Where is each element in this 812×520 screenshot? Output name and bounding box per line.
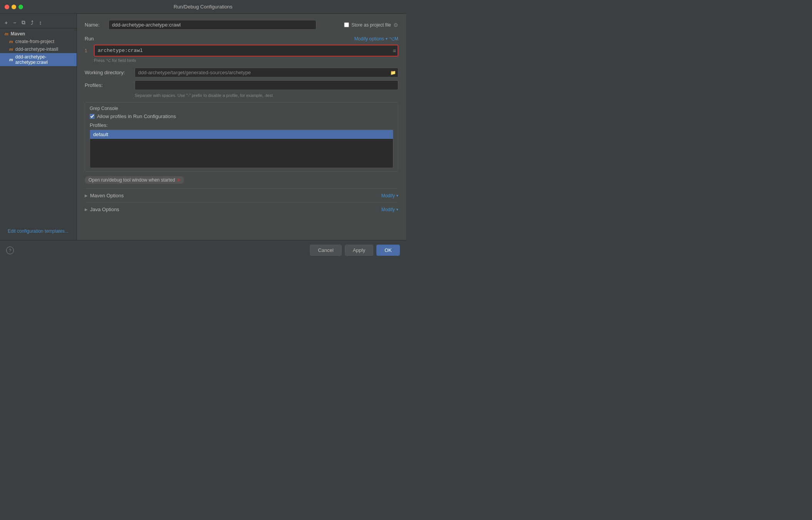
help-button[interactable]: ? [6,247,14,254]
sort-button[interactable]: ↕ [37,19,43,27]
close-button[interactable] [5,5,9,9]
chevron-down-icon: ▾ [386,37,388,41]
traffic-lights [5,5,23,9]
title-bar: Run/Debug Configurations [0,0,406,14]
run-label: Run [85,36,94,42]
command-input-wrapper: ≡ [94,45,398,57]
settings-icon[interactable]: ⚙ [393,22,398,28]
run-section-header: Run Modify options ▾ ⌥M [85,36,398,42]
modify-options-shortcut: ⌥M [389,36,398,42]
java-options-text: Java Options [90,207,119,212]
maven-icon: m [9,47,13,52]
grep-checkbox-row: Allow profiles in Run Configurations [90,113,393,119]
maximize-button[interactable] [18,5,23,9]
tag-chip: Open run/debug tool window when started … [85,176,184,184]
working-directory-label: Working directory: [85,70,135,75]
java-modify-label: Modify [381,207,395,212]
move-up-button[interactable]: ⤴ [29,19,35,27]
name-input[interactable] [109,20,316,30]
profiles-label: Profiles: [85,82,135,88]
tag-chip-label: Open run/debug tool window when started [89,177,175,183]
row-number: 1 [85,48,91,53]
maven-icon: m [9,57,13,62]
store-project-file-checkbox[interactable] [344,22,349,27]
java-options-label: ▶ Java Options [85,207,119,212]
sidebar-item-label: ddd-archetype-intasll [15,47,58,52]
profiles-row: Profiles: [85,80,398,90]
copy-config-button[interactable]: ⧉ [20,18,27,27]
sidebar-item-label: ddd-archetype-archetype:crawl [15,54,74,65]
name-row: Name: Store as project file ⚙ [85,20,398,30]
cancel-button[interactable]: Cancel [310,245,341,256]
command-input[interactable] [94,45,398,57]
ok-button[interactable]: OK [376,245,400,256]
sidebar-item-ddd-crawl[interactable]: m ddd-archetype-archetype:crawl [0,53,77,66]
maven-modify-button[interactable]: Modify ▾ [381,193,398,198]
maven-icon: m [9,39,13,44]
grep-console-title: Grep Console [90,106,393,111]
field-hint: Press ⌥ for field hints [85,58,398,63]
maven-modify-label: Modify [381,193,395,198]
sidebar-item-ddd-intasll[interactable]: m ddd-archetype-intasll [0,45,77,53]
sidebar-section-maven[interactable]: m Maven [0,30,77,38]
store-project-file-container: Store as project file ⚙ [344,22,398,28]
profiles-list-item-default[interactable]: default [90,130,393,139]
command-row: 1 ≡ [85,45,398,57]
store-project-file-label: Store as project file [351,22,391,28]
maven-expand-icon: ▶ [85,193,88,198]
java-expand-icon: ▶ [85,207,88,212]
sidebar-section-maven-label: Maven [11,31,25,37]
java-chevron-icon: ▾ [396,207,398,212]
remove-config-button[interactable]: − [12,19,18,27]
maven-icon: m [5,32,8,36]
modify-options-label: Modify options [354,36,384,42]
profiles-list: default [90,130,393,168]
java-options-section[interactable]: ▶ Java Options Modify ▾ [85,202,398,216]
working-directory-input-wrapper: 📁 [135,68,398,77]
allow-profiles-checkbox[interactable] [90,114,95,119]
sidebar-toolbar: + − ⧉ ⤴ ↕ [0,17,77,28]
tag-chip-close-icon[interactable]: × [177,177,180,183]
maven-options-label: ▶ Maven Options [85,193,124,198]
edit-templates-link[interactable]: Edit configuration templates... [5,228,69,234]
modify-options-button[interactable]: Modify options ▾ ⌥M [354,36,398,42]
window-title: Run/Debug Configurations [174,4,232,10]
java-modify-button[interactable]: Modify ▾ [381,207,398,212]
bottom-buttons: Cancel Apply OK [310,245,400,256]
grep-console-section: Grep Console Allow profiles in Run Confi… [85,102,398,172]
sidebar: + − ⧉ ⤴ ↕ m Maven m create-from-project … [0,14,77,240]
grep-profiles-label: Profiles: [90,122,393,128]
sidebar-item-label: create-from-project [15,39,54,44]
add-config-button[interactable]: + [3,19,9,27]
maven-chevron-icon: ▾ [396,193,398,198]
content-area: Name: Store as project file ⚙ Run Modify… [77,14,406,240]
minimize-button[interactable] [12,5,16,9]
working-directory-input[interactable] [135,68,398,77]
sidebar-item-create-from-project[interactable]: m create-from-project [0,38,77,45]
document-icon: ≡ [393,48,396,54]
separator-hint: Separate with spaces. Use "-" prefix to … [85,93,398,98]
maven-options-section[interactable]: ▶ Maven Options Modify ▾ [85,188,398,202]
maven-options-text: Maven Options [90,193,124,198]
main-layout: + − ⧉ ⤴ ↕ m Maven m create-from-project … [0,14,406,240]
allow-profiles-label: Allow profiles in Run Configurations [97,113,176,119]
folder-icon: 📁 [390,70,396,75]
name-label: Name: [85,22,104,28]
working-directory-row: Working directory: 📁 [85,68,398,77]
apply-button[interactable]: Apply [345,245,374,256]
bottom-bar: ? Cancel Apply OK [0,240,406,260]
profiles-input[interactable] [135,80,398,90]
